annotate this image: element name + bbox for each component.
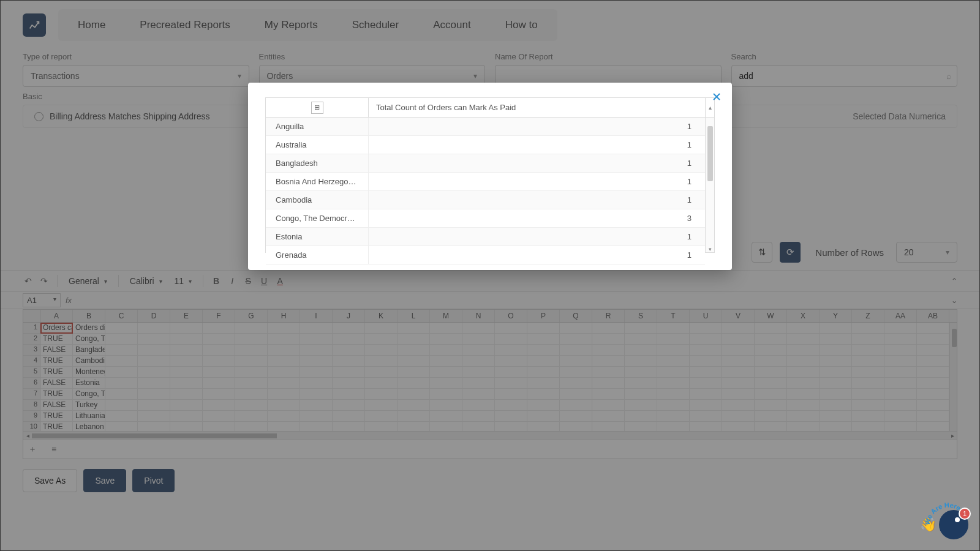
pivot-row-label: Congo, The Democratic Re… (266, 209, 369, 227)
pivot-row-value: 1 (369, 173, 705, 190)
pivot-config-icon: ⊞ (311, 102, 323, 114)
pivot-row-label: Estonia (266, 228, 369, 246)
pivot-row-value: 1 (369, 154, 705, 172)
modal-overlay[interactable]: ⊞ Total Count of Orders can Mark As Paid… (1, 1, 979, 550)
pivot-row[interactable]: Anguilla1 (266, 118, 705, 136)
pivot-modal: ⊞ Total Count of Orders can Mark As Paid… (248, 83, 732, 270)
pivot-row-value: 1 (369, 191, 705, 209)
pivot-row-value: 1 (369, 228, 705, 246)
pivot-vertical-scrollbar[interactable]: ▾ (705, 118, 714, 252)
pivot-row-label: Bangladesh (266, 154, 369, 172)
pivot-row-value: 1 (369, 136, 705, 154)
pivot-row[interactable]: Grenada1 (266, 246, 705, 264)
pivot-row-value: 3 (369, 209, 705, 227)
pivot-row[interactable]: Estonia1 (266, 228, 705, 246)
pivot-row[interactable]: Australia1 (266, 136, 705, 154)
pivot-row-label: Bosnia And Herzegovina (266, 173, 369, 190)
close-button[interactable] (710, 90, 723, 103)
pivot-row[interactable]: Cambodia1 (266, 191, 705, 209)
chat-widget[interactable]: We Are Here! 👋 1 (920, 510, 968, 539)
pivot-row-label: Grenada (266, 246, 369, 264)
chat-badge: 1 (959, 508, 971, 520)
pivot-metric-header: Total Count of Orders can Mark As Paid (369, 98, 705, 117)
pivot-row-value: 1 (369, 118, 705, 135)
pivot-row-label: Cambodia (266, 191, 369, 209)
pivot-row[interactable]: Bosnia And Herzegovina1 (266, 173, 705, 191)
pivot-row-label: Anguilla (266, 118, 369, 135)
pivot-row-value: 1 (369, 246, 705, 264)
pivot-row-label: Australia (266, 136, 369, 154)
pivot-row[interactable]: Bangladesh1 (266, 154, 705, 173)
pivot-settings-corner[interactable]: ⊞ (266, 98, 369, 117)
wave-icon: 👋 (920, 517, 937, 533)
pivot-table: ⊞ Total Count of Orders can Mark As Paid… (265, 97, 715, 253)
chat-bubble-button[interactable]: 1 (939, 510, 968, 539)
pivot-row[interactable]: Congo, The Democratic Re…3 (266, 209, 705, 228)
